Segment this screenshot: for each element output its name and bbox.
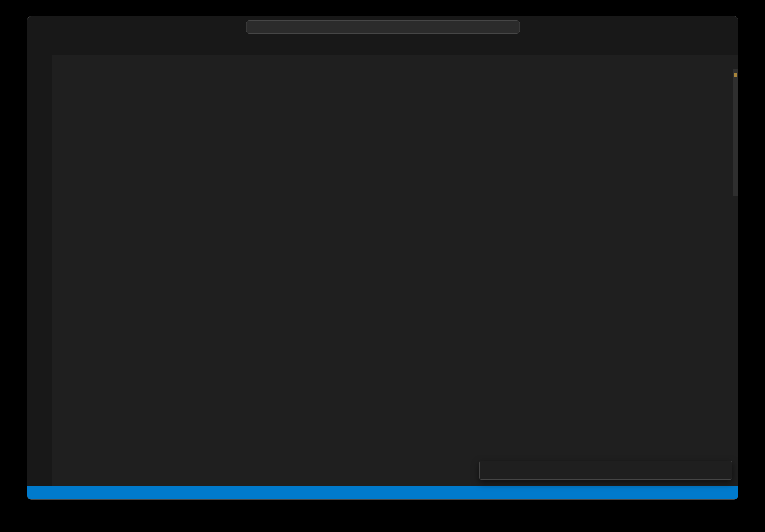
tab-bar xyxy=(52,37,738,55)
breadcrumbs xyxy=(52,55,738,67)
scrollbar xyxy=(733,67,738,486)
code-editor[interactable] xyxy=(52,67,738,486)
main-area xyxy=(27,37,738,486)
notification-toast xyxy=(479,461,732,480)
editor-group xyxy=(52,37,738,486)
blame-annotation xyxy=(52,67,738,76)
title-bar xyxy=(27,16,738,37)
command-center-search[interactable] xyxy=(246,20,520,34)
activity-bar xyxy=(27,37,52,486)
scrollbar-thumb[interactable] xyxy=(733,69,738,196)
status-bar xyxy=(27,486,738,499)
titlebar-center xyxy=(240,20,526,34)
editor-actions xyxy=(732,37,738,55)
vscode-window xyxy=(27,16,738,500)
